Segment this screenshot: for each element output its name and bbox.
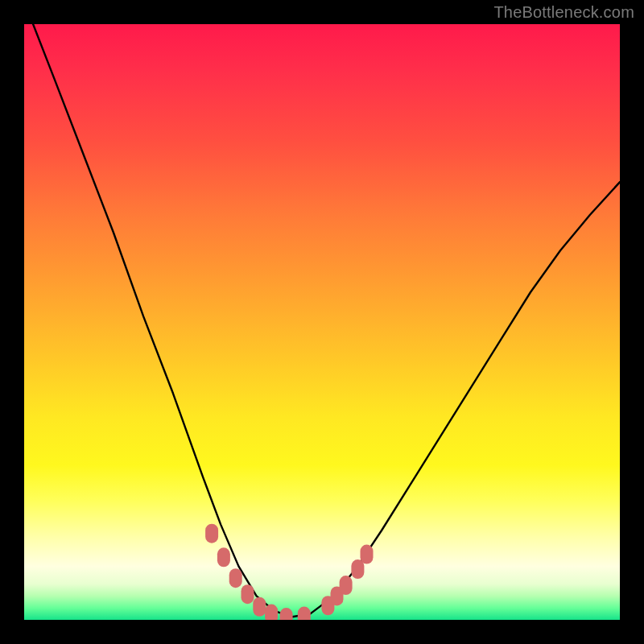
dip-marker <box>351 559 364 579</box>
curve-layer <box>24 24 620 620</box>
dip-marker <box>253 597 266 617</box>
dip-marker <box>205 524 218 543</box>
dip-marker <box>280 608 293 620</box>
dip-marker <box>361 545 374 564</box>
dip-marker <box>242 584 254 604</box>
chart-stage: TheBottleneck.com <box>0 0 644 644</box>
bottleneck-curve-path <box>33 24 620 617</box>
dip-marker <box>340 576 353 595</box>
dip-marker <box>217 547 230 567</box>
dip-marker <box>298 607 311 620</box>
dip-marker <box>229 568 242 588</box>
dip-marker <box>265 605 278 620</box>
dip-marker-group <box>205 524 373 620</box>
plot-area <box>24 24 620 620</box>
watermark-text: TheBottleneck.com <box>493 3 634 22</box>
